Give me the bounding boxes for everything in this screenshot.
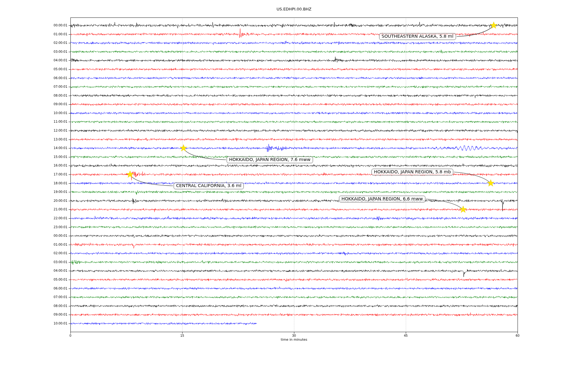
trace-label: 16:00:01 [0, 164, 67, 167]
trace-label: 00:00:01 [0, 24, 67, 27]
trace-label: 05:00:01 [0, 67, 67, 71]
trace-label: 15:00:01 [0, 155, 67, 159]
trace-label: 03:00:01 [0, 260, 67, 264]
trace-label: 08:00:01 [0, 94, 67, 98]
event-annotation: CENTRAL CALIFORNIA, 3.6 ml [174, 182, 244, 189]
trace-label: 03:00:01 [0, 50, 67, 54]
trace-label: 21:00:01 [0, 208, 67, 211]
trace-label: 04:00:01 [0, 269, 67, 273]
event-annotation: HOKKAIDO, JAPAN REGION, 6.6 mww [339, 196, 425, 202]
page-title: US.EDHPI.00.BHZ [0, 7, 588, 11]
trace-label: 02:00:01 [0, 251, 67, 255]
trace-label: 04:00:01 [0, 59, 67, 62]
trace-label: 02:00:01 [0, 41, 67, 45]
trace-label: 23:00:01 [0, 225, 67, 229]
trace-label: 09:00:01 [0, 313, 67, 316]
x-tick-label: 45 [397, 334, 415, 337]
trace-label: 14:00:01 [0, 146, 67, 150]
x-tick-label: 0 [61, 334, 80, 337]
trace-label: 17:00:01 [0, 173, 67, 176]
trace-label: 10:00:01 [0, 322, 67, 325]
trace-label: 00:00:01 [0, 234, 67, 238]
trace-label: 06:00:01 [0, 76, 67, 80]
trace-label: 10:00:01 [0, 111, 67, 115]
trace-label: 13:00:01 [0, 138, 67, 141]
trace-label: 18:00:01 [0, 182, 67, 185]
event-annotation: HOKKAIDO, JAPAN REGION, 5.8 mb [371, 169, 453, 175]
trace-label: 09:00:01 [0, 102, 67, 106]
trace-label: 12:00:01 [0, 129, 67, 132]
trace-label: 05:00:01 [0, 278, 67, 282]
event-annotation: SOUTHEASTERN ALASKA, 5.8 ml [379, 33, 456, 40]
seismogram-page: US.EDHPI.00.BHZ time in minutes 00:00:01… [0, 0, 588, 368]
trace-label: 08:00:01 [0, 304, 67, 308]
event-annotation: HOKKAIDO, JAPAN REGION, 7.6 mww [227, 156, 313, 163]
trace-label: 20:00:01 [0, 199, 67, 203]
seismogram-canvas [0, 0, 588, 368]
trace-label: 11:00:01 [0, 120, 67, 124]
trace-label: 22:00:01 [0, 217, 67, 220]
x-tick-label: 15 [173, 334, 191, 337]
trace-label: 19:00:01 [0, 190, 67, 194]
trace-label: 01:00:01 [0, 243, 67, 247]
trace-label: 07:00:01 [0, 85, 67, 89]
trace-label: 06:00:01 [0, 287, 67, 290]
trace-label: 01:00:01 [0, 33, 67, 36]
x-tick-label: 60 [508, 334, 527, 337]
trace-label: 07:00:01 [0, 295, 67, 299]
x-tick-label: 30 [285, 334, 303, 337]
x-axis-label: time in minutes [70, 338, 518, 342]
